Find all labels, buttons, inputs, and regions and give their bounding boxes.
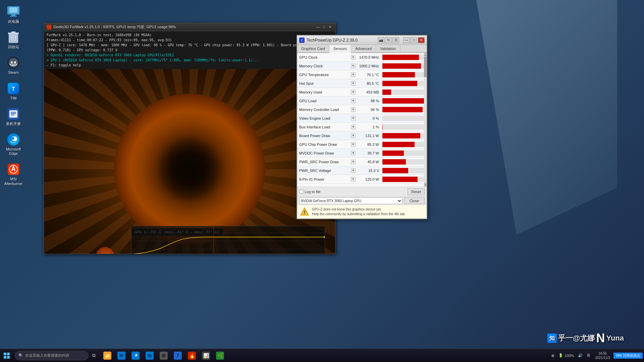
- sensor-value-pwr-src-voltage: 15.3 V: [358, 169, 381, 173]
- tab-advanced[interactable]: Advanced: [351, 45, 376, 52]
- tab-graphics-card[interactable]: Graphics Card: [297, 45, 329, 52]
- sensor-dropdown-mem-ctrl-load[interactable]: ▼: [351, 107, 356, 112]
- furmark-logo-text: FurMark: [96, 254, 138, 254]
- sensor-row-8pin-power: 8-Pin #1 Power ▼ 125.0 W: [297, 175, 427, 184]
- gpuz-app-icon: Z: [299, 38, 305, 43]
- 7zip-icon: 7: [174, 352, 182, 360]
- furmark-minimize-btn[interactable]: —: [316, 25, 320, 29]
- sensor-dropdown-mvddc[interactable]: ▼: [351, 151, 356, 156]
- sensor-dropdown-pwr-src-voltage[interactable]: ▼: [351, 168, 356, 173]
- task-view-button[interactable]: ⧉: [89, 349, 99, 362]
- sidebar-item-steam[interactable]: Steam: [1, 54, 25, 76]
- sensor-bar-gpu-load: [382, 98, 425, 104]
- sensor-dropdown-gpu-temp[interactable]: ▼: [351, 72, 356, 77]
- taskbar-search[interactable]: 🔍 在这里输入你要搜索的内容: [15, 351, 89, 360]
- gpuz-refresh-btn[interactable]: ↻: [385, 37, 392, 43]
- sensor-value-gpu-temp: 76.1 °C: [358, 73, 381, 77]
- sensor-dropdown-8pin-power[interactable]: ▼: [351, 177, 356, 182]
- taskbar-app-store[interactable]: 🛍: [143, 349, 156, 362]
- sensor-dropdown-gpu-chip-power[interactable]: ▼: [351, 142, 356, 147]
- sensor-dropdown-video-engine[interactable]: ▼: [351, 116, 356, 121]
- sensor-value-mvddc: 39.7 W: [358, 151, 381, 155]
- taskbar-app-7zip[interactable]: 7: [171, 349, 184, 362]
- taskbar-app-monitor[interactable]: 📊: [199, 349, 213, 362]
- start-button[interactable]: [0, 349, 13, 362]
- system-clock[interactable]: 16:55 2021/11/3: [593, 351, 612, 360]
- taskbar-right-area: 🖥 🔋 100% 🔊 英 16:55 2021/11/3 Win 10系统激活: [549, 349, 644, 362]
- sensor-dropdown-pwr-src-draw[interactable]: ▼: [351, 160, 356, 164]
- steam-icon: [7, 56, 20, 69]
- win10-activation-badge[interactable]: Win 10系统激活: [613, 353, 643, 359]
- taskbar-app-explorer[interactable]: 📁: [101, 349, 114, 362]
- sensor-name-gpu-clock: GPU Clock ▼: [297, 55, 358, 60]
- reset-button[interactable]: Reset: [408, 188, 425, 195]
- sensor-name-memory-used: Memory Used ▼: [297, 90, 358, 95]
- gpuz-camera-btn[interactable]: 📷: [378, 37, 384, 43]
- furmark-maximize-btn[interactable]: □: [322, 25, 326, 29]
- sensor-bar-video-engine: [382, 116, 425, 121]
- sidebar-item-edge[interactable]: Microsoft Edge: [1, 131, 25, 158]
- gpuz-minimize-btn[interactable]: —: [403, 37, 410, 43]
- gpuz-close-title-btn[interactable]: ✕: [418, 37, 425, 43]
- svg-rect-25: [131, 226, 325, 254]
- sensor-bar-fill-pwr-src-draw: [382, 159, 406, 165]
- gpuz-close-button[interactable]: Close: [404, 197, 425, 204]
- sensor-bar-fill-bus-interface: [382, 124, 383, 130]
- sensor-dropdown-bus-interface[interactable]: ▼: [351, 125, 356, 129]
- gpuz-device-select[interactable]: NVIDIA GeForce RTX 3060 Laptop GPU: [299, 197, 402, 204]
- sensor-row-mem-ctrl-load: Memory Controller Load ▼ 94 %: [297, 105, 427, 114]
- gpuz-titlebar[interactable]: Z TechPowerUp GPU-Z 2.38.0 📷 ↻ ☰ — □ ✕: [297, 36, 427, 45]
- furmark-close-btn[interactable]: ✕: [328, 25, 332, 29]
- furmark-window: Geeks3D FurMark v1.25.1.0 - 93FPS, GPU1 …: [44, 23, 335, 254]
- gpuz-window: Z TechPowerUp GPU-Z 2.38.0 📷 ↻ ☰ — □ ✕ G…: [297, 35, 427, 219]
- scroll-down-arrow[interactable]: ▼: [424, 183, 427, 187]
- sidebar-item-this-pc[interactable]: 此电脑: [1, 3, 25, 25]
- msi-icon: [7, 163, 20, 176]
- taskbar-app-other[interactable]: 🌿: [213, 349, 227, 362]
- svg-point-12: [11, 61, 13, 63]
- sidebar-item-manual[interactable]: 新机手册: [1, 106, 25, 128]
- sidebar-item-tim[interactable]: T TIM: [1, 80, 25, 102]
- sidebar-item-msi-afterburner[interactable]: MSI Afterburner: [1, 161, 25, 187]
- sensor-bar-fill-8pin-power: [382, 177, 418, 182]
- sensor-name-gpu-temp: GPU Temperature ▼: [297, 72, 358, 77]
- taskbar-app-edge[interactable]: [129, 349, 142, 362]
- sensor-dropdown-gpu-load[interactable]: ▼: [351, 99, 356, 103]
- taskbar-app-burnware[interactable]: 🔥: [185, 349, 199, 362]
- sensor-row-pwr-src-voltage: PWR_SRC Voltage ▼ 15.3 V: [297, 166, 427, 175]
- gpuz-menu-btn[interactable]: ☰: [392, 37, 399, 43]
- network-indicator[interactable]: 🖥: [549, 354, 556, 358]
- tab-sensors[interactable]: Sensors: [329, 45, 351, 53]
- sensor-dropdown-gpu-clock[interactable]: ▼: [351, 55, 356, 60]
- sensor-dropdown-board-power[interactable]: ▼: [351, 133, 356, 138]
- scroll-up-arrow[interactable]: ▲: [424, 53, 427, 57]
- volume-indicator[interactable]: 🔊: [577, 353, 584, 358]
- sensor-row-gpu-chip-power: GPU Chip Power Draw ▼ 85.3 W: [297, 140, 427, 149]
- language-indicator[interactable]: 英: [585, 353, 592, 358]
- sensor-dropdown-hot-spot[interactable]: ▼: [351, 81, 356, 86]
- sensor-value-hot-spot: 80.5 °C: [358, 81, 381, 85]
- furmark-titlebar[interactable]: Geeks3D FurMark v1.25.1.0 - 93FPS, GPU1 …: [44, 23, 335, 31]
- watermark-text: 乎一@尤娜: [558, 333, 595, 343]
- sensor-name-board-power: Board Power Draw ▼: [297, 133, 358, 138]
- win10-label: Win 10系统激活: [616, 353, 640, 358]
- tab-validation[interactable]: Validation: [376, 45, 400, 52]
- battery-indicator[interactable]: 🔋 100%: [557, 353, 575, 358]
- gpuz-maximize-btn[interactable]: □: [411, 37, 417, 43]
- sidebar-item-recycle-bin[interactable]: 回收站: [1, 29, 25, 51]
- taskbar-app-settings[interactable]: ⚙: [157, 349, 170, 362]
- log-to-file-checkbox[interactable]: [299, 190, 303, 194]
- scroll-thumb[interactable]: [424, 57, 427, 77]
- sensor-value-gpu-clock: 1470.0 MHz: [358, 55, 381, 59]
- taskbar-app-mail[interactable]: ✉: [115, 349, 128, 362]
- sensor-dropdown-memory-clock[interactable]: ▼: [351, 64, 356, 68]
- sensor-bar-fill-hot-spot: [382, 81, 417, 86]
- sensor-bar-fill-gpu-load: [382, 98, 424, 104]
- sensor-name-mvddc: MVDDC Power Draw ▼: [297, 151, 358, 156]
- furmark-title: Geeks3D FurMark v1.25.1.0 - 93FPS, GPU1 …: [53, 24, 316, 29]
- log-to-file-label: Log to file: [305, 190, 406, 194]
- sensor-dropdown-memory-used[interactable]: ▼: [351, 90, 356, 95]
- this-pc-label: 此电脑: [8, 19, 19, 24]
- sensor-bar-fill-gpu-chip-power: [382, 142, 415, 147]
- sensors-scrollbar[interactable]: ▲ ▼: [424, 53, 427, 187]
